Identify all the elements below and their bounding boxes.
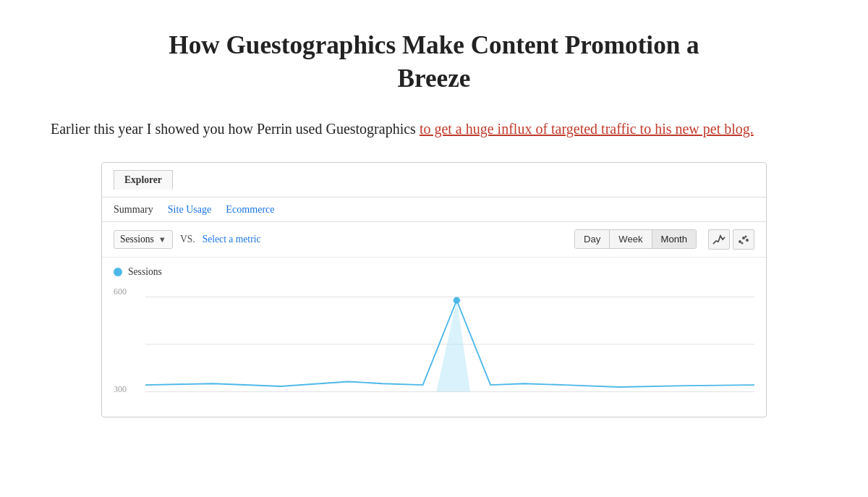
month-button[interactable]: Month (652, 230, 696, 248)
intro-paragraph: Earlier this year I showed you how Perri… (43, 117, 825, 140)
dropdown-arrow-icon: ▼ (158, 235, 166, 244)
line-chart-icon[interactable] (708, 229, 730, 250)
sessions-dropdown[interactable]: Sessions ▼ (114, 230, 173, 249)
svg-point-9 (454, 297, 460, 303)
widget-toolbar: Sessions ▼ VS. Select a metric Day Week … (102, 222, 766, 258)
page-title: How Guestographics Make Content Promotio… (43, 29, 825, 95)
vs-label: VS. (180, 234, 195, 245)
legend-dot (114, 268, 122, 276)
chart-type-icons (708, 229, 754, 250)
svg-marker-8 (436, 300, 470, 391)
svg-point-1 (742, 237, 745, 239)
y-axis-mid: 300 (114, 384, 127, 395)
nav-site-usage[interactable]: Site Usage (168, 203, 212, 216)
analytics-widget: Explorer Summary Site Usage Ecommerce Se… (101, 162, 767, 417)
day-button[interactable]: Day (575, 230, 610, 248)
week-button[interactable]: Week (610, 230, 652, 248)
time-period-buttons: Day Week Month (574, 229, 697, 249)
intro-link[interactable]: to get a huge influx of targeted traffic… (420, 121, 754, 137)
explorer-tab[interactable]: Explorer (114, 170, 173, 190)
svg-point-3 (741, 242, 744, 244)
legend-label: Sessions (128, 266, 162, 278)
sessions-label: Sessions (120, 234, 154, 245)
intro-text-before: Earlier this year I showed you how Perri… (51, 121, 420, 137)
svg-point-0 (739, 240, 741, 243)
y-axis-top: 600 (114, 286, 127, 297)
widget-header: Explorer (102, 163, 766, 197)
widget-nav: Summary Site Usage Ecommerce (102, 197, 766, 222)
select-metric-link[interactable]: Select a metric (203, 234, 261, 245)
chart-svg (145, 286, 754, 402)
nav-ecommerce[interactable]: Ecommerce (226, 203, 274, 216)
svg-point-4 (745, 235, 747, 237)
svg-point-2 (746, 239, 749, 242)
chart-area: Sessions 600 300 (102, 258, 766, 417)
chart-legend: Sessions (114, 266, 754, 278)
nav-summary[interactable]: Summary (114, 203, 153, 216)
scatter-chart-icon[interactable] (733, 229, 754, 250)
